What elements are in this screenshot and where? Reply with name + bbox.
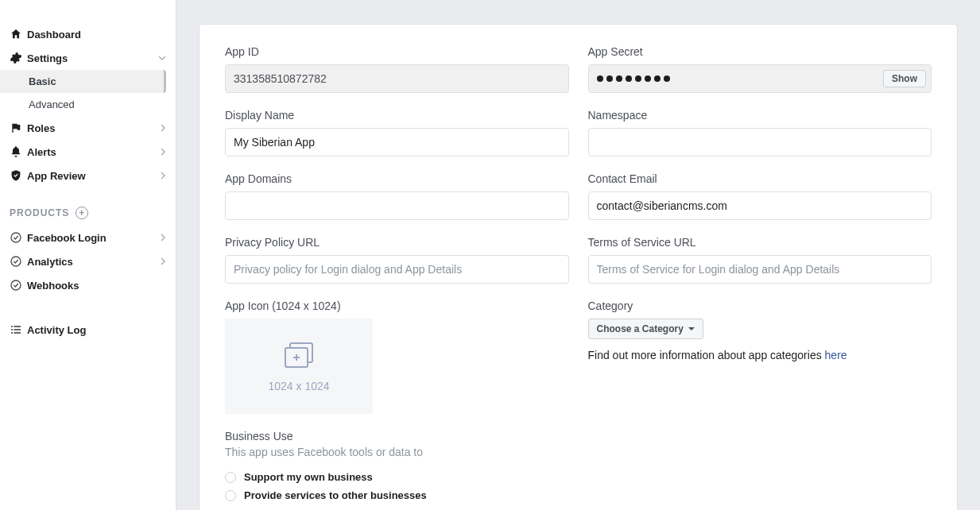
app-id-label: App ID [225,45,569,58]
add-product-button[interactable]: + [76,207,88,219]
sidebar-item-label: Basic [29,75,56,87]
chevron-right-icon [160,234,166,241]
business-use-desc: This app uses Facebook tools or data to [225,446,569,458]
sidebar-item-label: Alerts [27,146,160,158]
privacy-url-field[interactable] [225,255,569,284]
app-secret-mask [597,75,884,82]
app-icon-hint: 1024 x 1024 [268,380,329,392]
app-icon-label: App Icon (1024 x 1024) [225,299,569,312]
app-domains-label: App Domains [225,172,569,185]
sidebar-item-label: Webhooks [27,280,166,292]
sidebar-subitem-advanced[interactable]: Advanced [0,93,176,116]
category-help-text: Find out more information about app cate… [588,349,932,361]
business-use-option-services[interactable]: Provide services to other businesses [225,489,569,501]
sidebar-item-label: Roles [27,122,160,134]
svg-point-0 [11,233,21,242]
chevron-right-icon [160,257,166,265]
settings-card: App ID App Secret Show Display Name [199,24,958,510]
svg-point-2 [11,280,21,290]
tos-url-field[interactable] [588,255,932,284]
caret-down-icon [688,326,695,332]
sidebar-item-app-review[interactable]: App Review [0,164,176,187]
sidebar-item-webhooks[interactable]: Webhooks [0,273,176,297]
sidebar-item-label: Analytics [27,256,160,268]
check-circle-icon [10,255,27,268]
category-dropdown[interactable]: Choose a Category [588,319,703,339]
sidebar-item-alerts[interactable]: Alerts [0,140,176,164]
svg-rect-8 [14,332,21,333]
svg-rect-3 [11,326,13,326]
sidebar-item-activity-log[interactable]: Activity Log [0,318,176,342]
sidebar-item-label: Settings [27,52,158,64]
home-icon [10,28,27,41]
chevron-down-icon [158,54,166,62]
category-help-link[interactable]: here [825,349,847,361]
contact-email-field[interactable] [588,191,932,220]
category-dropdown-label: Choose a Category [597,323,684,334]
category-label: Category [588,299,932,312]
contact-email-label: Contact Email [588,172,932,185]
radio-icon[interactable] [225,490,236,501]
namespace-label: Namespace [588,109,932,122]
main-content: App ID App Secret Show Display Name [176,0,980,510]
display-name-label: Display Name [225,109,569,122]
gear-icon [10,52,27,64]
display-name-field[interactable] [225,128,569,156]
svg-rect-5 [11,329,13,330]
check-circle-icon [10,231,27,244]
radio-icon[interactable] [225,472,236,483]
sidebar-item-facebook-login[interactable]: Facebook Login [0,226,176,249]
app-domains-field[interactable] [225,191,569,220]
sidebar-item-label: App Review [27,170,160,182]
business-use-option-own[interactable]: Support my own business [225,471,569,483]
sidebar-item-label: Dashboard [27,29,166,41]
radio-label: Provide services to other businesses [244,489,427,501]
privacy-url-label: Privacy Policy URL [225,236,569,249]
svg-rect-4 [14,326,21,326]
app-secret-field: Show [588,64,932,93]
namespace-field[interactable] [588,128,932,156]
business-use-label: Business Use [225,430,569,442]
list-icon [10,323,27,336]
app-secret-label: App Secret [588,45,932,58]
image-placeholder-icon [279,340,319,380]
tos-url-label: Terms of Service URL [588,236,932,249]
show-secret-button[interactable]: Show [883,70,926,87]
sidebar-item-settings[interactable]: Settings [0,46,176,70]
sidebar-item-label: Facebook Login [27,232,160,244]
sidebar: Dashboard Settings Basic Advanced Roles [0,0,176,510]
check-circle-icon [10,279,27,292]
sidebar-item-dashboard[interactable]: Dashboard [0,22,176,46]
app-icon-upload[interactable]: 1024 x 1024 [225,319,373,414]
chevron-right-icon [160,124,166,132]
svg-rect-6 [14,329,21,330]
sidebar-item-analytics[interactable]: Analytics [0,249,176,273]
radio-label: Support my own business [244,471,373,483]
products-header: PRODUCTS + [0,187,176,226]
svg-point-1 [11,257,21,266]
sidebar-subitem-basic[interactable]: Basic [0,70,166,93]
flag-icon [10,122,27,134]
chevron-right-icon [160,148,166,156]
chevron-right-icon [160,172,166,180]
app-id-field[interactable] [225,64,569,93]
sidebar-item-label: Activity Log [27,324,166,336]
svg-rect-7 [11,332,13,333]
bell-icon [10,145,27,158]
sidebar-item-roles[interactable]: Roles [0,116,176,140]
products-header-label: PRODUCTS [10,207,69,218]
sidebar-item-label: Advanced [29,99,75,110]
shield-icon [10,169,27,182]
